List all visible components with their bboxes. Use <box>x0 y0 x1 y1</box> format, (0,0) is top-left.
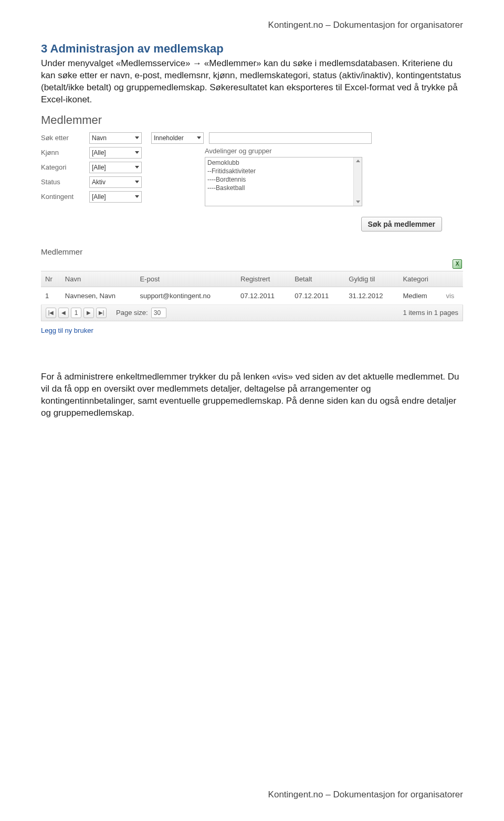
section-heading: 3 Administrasjon av medlemskap <box>41 42 463 56</box>
excel-export-icon[interactable] <box>453 259 462 269</box>
chevron-down-icon <box>135 166 139 169</box>
pager-next-button[interactable]: ▶ <box>83 308 94 318</box>
match-type-value: Inneholder <box>154 134 184 142</box>
app-screenshot-region: Medlemmer Søk etter Navn Inneholder <box>41 113 463 334</box>
search-field-value: Navn <box>92 134 107 142</box>
cell-registrert: 07.12.2011 <box>236 287 290 304</box>
scroll-up-icon[interactable] <box>354 157 362 165</box>
groups-listbox[interactable]: Demoklubb --Fritidsaktiviteter ----Bordt… <box>205 157 362 206</box>
kategori-label: Kategori <box>41 163 89 171</box>
kjonn-value: [Alle] <box>92 149 106 156</box>
pager-page-number[interactable]: 1 <box>71 308 81 318</box>
chevron-down-icon <box>135 181 139 183</box>
chevron-down-icon <box>135 151 139 154</box>
intro-paragraph: Under menyvalget «Medlemsservice» → «Med… <box>41 58 463 106</box>
col-gyldig: Gyldig til <box>344 271 398 287</box>
page-footer-text: Kontingent.no – Dokumentasjon for organi… <box>268 790 463 800</box>
kategori-select[interactable]: [Alle] <box>89 162 142 173</box>
kontingent-label: Kontingent <box>41 193 89 201</box>
groups-label: Avdelinger og grupper <box>205 147 362 155</box>
col-kategori: Kategori <box>398 271 442 287</box>
kontingent-select[interactable]: [Alle] <box>89 191 142 203</box>
kategori-value: [Alle] <box>92 164 106 171</box>
cell-gyldig: 31.12.2012 <box>344 287 398 304</box>
outro-paragraph: For å administrere enkeltmedlemmer trykk… <box>41 371 463 419</box>
kjonn-select[interactable]: [Alle] <box>89 147 142 159</box>
scrollbar[interactable] <box>353 157 362 206</box>
pager-last-button[interactable]: ▶| <box>96 308 107 318</box>
search-text-input[interactable] <box>209 132 372 144</box>
add-user-link[interactable]: Legg til ny bruker <box>41 327 93 334</box>
page-size-label: Page size: <box>116 309 148 317</box>
app-heading-members: Medlemmer <box>41 113 463 127</box>
list-item[interactable]: ----Bordtennis <box>207 175 360 184</box>
cell-betalt: 07.12.2011 <box>290 287 344 304</box>
page-header-text: Kontingent.no – Dokumentasjon for organi… <box>268 20 463 30</box>
pager-prev-button[interactable]: ◀ <box>58 308 69 318</box>
cell-navn: Navnesen, Navn <box>61 287 136 304</box>
scroll-down-icon[interactable] <box>354 198 362 206</box>
col-action <box>442 271 463 287</box>
cell-epost: support@kontingent.no <box>135 287 236 304</box>
col-epost: E-post <box>135 271 236 287</box>
table-header-row: Nr Navn E-post Registrert Betalt Gyldig … <box>41 271 463 287</box>
col-navn: Navn <box>61 271 136 287</box>
cell-kategori: Medlem <box>398 287 442 304</box>
chevron-down-icon <box>135 195 139 198</box>
pager: |◀ ◀ 1 ▶ ▶| Page size: 30 1 items in 1 p… <box>41 305 463 321</box>
match-type-select[interactable]: Inneholder <box>151 132 204 144</box>
page-size-select[interactable]: 30 <box>151 308 166 318</box>
chevron-down-icon <box>135 136 139 139</box>
kontingent-value: [Alle] <box>92 193 106 201</box>
results-heading: Medlemmer <box>41 247 463 256</box>
list-item[interactable]: --Fritidsaktiviteter <box>207 167 360 175</box>
view-link[interactable]: vis <box>446 292 454 300</box>
list-item[interactable]: Demoklubb <box>207 159 360 167</box>
cell-nr: 1 <box>41 287 61 304</box>
chevron-down-icon <box>197 136 201 139</box>
col-registrert: Registrert <box>236 271 290 287</box>
col-betalt: Betalt <box>290 271 344 287</box>
page-size-value: 30 <box>154 309 161 317</box>
status-select[interactable]: Aktiv <box>89 176 142 188</box>
search-members-button[interactable]: Søk på medlemmer <box>361 217 442 231</box>
status-label: Status <box>41 178 89 186</box>
pager-first-button[interactable]: |◀ <box>46 308 56 318</box>
search-field-select[interactable]: Navn <box>89 132 142 144</box>
pager-summary: 1 items in 1 pages <box>403 309 458 317</box>
col-nr: Nr <box>41 271 61 287</box>
list-item[interactable]: ----Basketball <box>207 184 360 192</box>
search-label: Søk etter <box>41 134 89 142</box>
status-value: Aktiv <box>92 178 106 186</box>
kjonn-label: Kjønn <box>41 149 89 156</box>
members-table: Nr Navn E-post Registrert Betalt Gyldig … <box>41 271 463 305</box>
table-row: 1 Navnesen, Navn support@kontingent.no 0… <box>41 287 463 304</box>
